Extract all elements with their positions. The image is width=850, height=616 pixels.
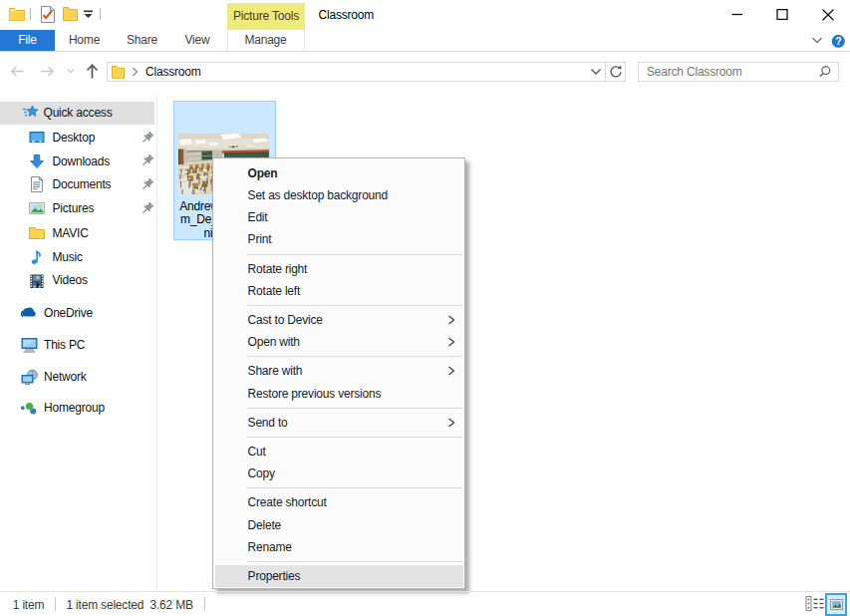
svg-text:?: ? <box>835 35 841 47</box>
